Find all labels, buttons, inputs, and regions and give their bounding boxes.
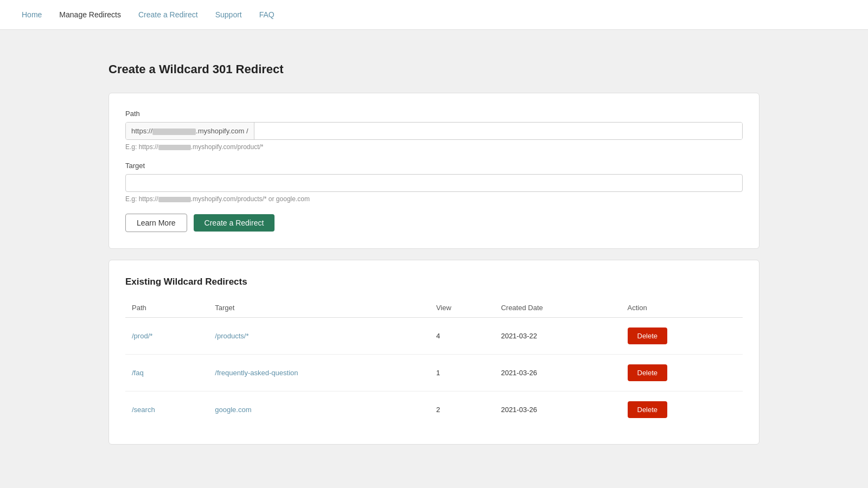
main-nav: HomeManage RedirectsCreate a RedirectSup… — [0, 0, 868, 30]
row-1-path-link[interactable]: /faq — [132, 369, 144, 377]
col-header-path: Path — [125, 298, 208, 318]
row-2-path-link[interactable]: /search — [132, 406, 155, 414]
row-1-delete-button[interactable]: Delete — [628, 364, 668, 381]
row-2-view: 2 — [430, 391, 495, 428]
row-0-date: 2021-03-22 — [494, 318, 621, 355]
nav-link-support[interactable]: Support — [215, 10, 242, 19]
row-2-date: 2021-03-26 — [494, 391, 621, 428]
row-0-target-link[interactable]: /products/* — [215, 332, 248, 340]
table-header: PathTargetViewCreated DateAction — [125, 298, 743, 318]
col-header-target: Target — [208, 298, 430, 318]
table-row: /prod/*/products/*42021-03-22Delete — [125, 318, 743, 355]
path-input-wrapper: https://.myshopify.com / — [125, 122, 743, 140]
target-label: Target — [125, 162, 743, 170]
target-hint: E.g: https://.myshopify.com/products/* o… — [125, 195, 743, 203]
table-row: /searchgoogle.com22021-03-26Delete — [125, 391, 743, 428]
table-row: /faq/frequently-asked-question12021-03-2… — [125, 355, 743, 391]
nav-link-manage-redirects[interactable]: Manage Redirects — [59, 10, 121, 19]
page-title: Create a Wildcard 301 Redirect — [108, 62, 760, 76]
nav-link-create-a-redirect[interactable]: Create a Redirect — [138, 10, 198, 19]
row-0-delete-button[interactable]: Delete — [628, 328, 668, 344]
row-2-delete-button[interactable]: Delete — [628, 401, 668, 418]
learn-more-button[interactable]: Learn More — [125, 214, 187, 232]
row-2-target-link[interactable]: google.com — [215, 406, 251, 414]
existing-redirects-title: Existing Wildcard Redirects — [125, 277, 743, 287]
form-buttons: Learn More Create a Redirect — [125, 214, 743, 232]
target-group: Target E.g: https://.myshopify.com/produ… — [125, 162, 743, 203]
path-hint: E.g: https://.myshopify.com/product/* — [125, 143, 743, 151]
col-header-action: Action — [621, 298, 743, 318]
nav-link-home[interactable]: Home — [22, 10, 42, 19]
col-header-view: View — [430, 298, 495, 318]
redirects-table: PathTargetViewCreated DateAction /prod/*… — [125, 298, 743, 428]
existing-redirects-card: Existing Wildcard Redirects PathTargetVi… — [108, 260, 760, 445]
row-0-path-link[interactable]: /prod/* — [132, 332, 152, 340]
path-group: Path https://.myshopify.com / E.g: https… — [125, 110, 743, 151]
create-redirect-card: Path https://.myshopify.com / E.g: https… — [108, 93, 760, 249]
row-0-view: 4 — [430, 318, 495, 355]
redacted-target-hint — [158, 197, 191, 202]
row-1-target-link[interactable]: /frequently-asked-question — [215, 369, 298, 377]
row-1-view: 1 — [430, 355, 495, 391]
path-prefix-text: https://.myshopify.com / — [126, 123, 254, 139]
target-input[interactable] — [125, 174, 743, 192]
path-input[interactable] — [254, 123, 742, 139]
table-header-row: PathTargetViewCreated DateAction — [125, 298, 743, 318]
create-redirect-button[interactable]: Create a Redirect — [194, 214, 275, 232]
col-header-created-date: Created Date — [494, 298, 621, 318]
path-label: Path — [125, 110, 743, 118]
table-body: /prod/*/products/*42021-03-22Delete/faq/… — [125, 318, 743, 428]
redacted-hint-domain — [158, 145, 191, 150]
nav-link-faq[interactable]: FAQ — [259, 10, 275, 19]
redacted-domain — [152, 129, 196, 135]
row-1-date: 2021-03-26 — [494, 355, 621, 391]
